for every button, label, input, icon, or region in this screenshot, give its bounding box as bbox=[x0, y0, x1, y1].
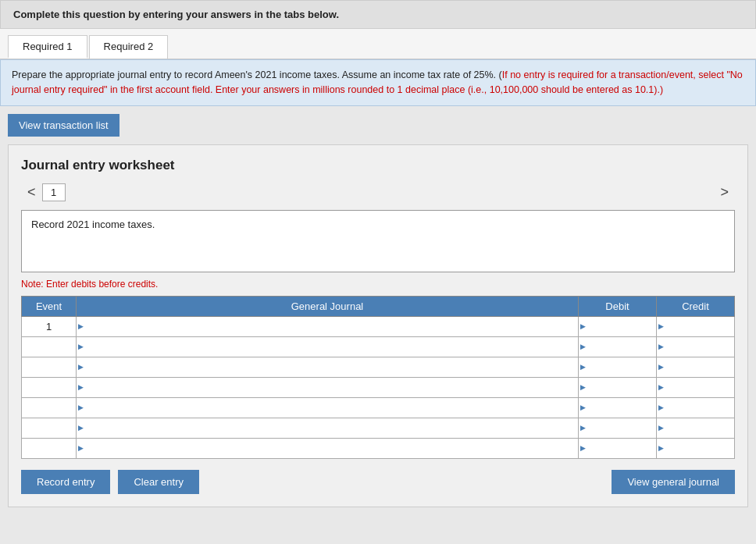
credit-cell-3[interactable] bbox=[657, 357, 735, 377]
debit-cell-4[interactable] bbox=[579, 377, 657, 397]
worksheet-container: Journal entry worksheet < 1 > Record 202… bbox=[8, 144, 748, 507]
event-cell-7 bbox=[22, 438, 77, 458]
gj-input-1[interactable] bbox=[77, 317, 578, 336]
debit-cell-3[interactable] bbox=[579, 357, 657, 377]
credit-cell-2[interactable] bbox=[657, 336, 735, 357]
credit-cell-6[interactable] bbox=[657, 418, 735, 438]
event-cell-5 bbox=[22, 397, 77, 418]
gj-cell-2[interactable] bbox=[77, 336, 579, 357]
debit-input-1[interactable] bbox=[579, 317, 656, 336]
debit-cell-6[interactable] bbox=[579, 418, 657, 438]
debit-cell-7[interactable] bbox=[579, 438, 657, 458]
worksheet-title: Journal entry worksheet bbox=[21, 158, 735, 173]
entry-description: Record 2021 income taxes. bbox=[21, 210, 735, 272]
gj-cell-4[interactable] bbox=[77, 377, 579, 397]
gj-input-7[interactable] bbox=[77, 439, 578, 458]
prev-page-button[interactable]: < bbox=[21, 183, 42, 202]
journal-table: Event General Journal Debit Credit 1 bbox=[21, 296, 735, 459]
gj-cell-6[interactable] bbox=[77, 418, 579, 438]
debit-input-4[interactable] bbox=[579, 378, 656, 397]
gj-cell-5[interactable] bbox=[77, 397, 579, 418]
debit-cell-2[interactable] bbox=[579, 336, 657, 357]
debit-input-7[interactable] bbox=[579, 439, 656, 458]
credit-input-4[interactable] bbox=[657, 378, 734, 397]
credit-cell-7[interactable] bbox=[657, 438, 735, 458]
bottom-buttons: Record entry Clear entry View general jo… bbox=[21, 470, 735, 494]
top-instruction: Complete this question by entering your … bbox=[0, 0, 756, 29]
page-number: 1 bbox=[42, 183, 66, 201]
next-page-button[interactable]: > bbox=[714, 183, 735, 202]
col-header-gj: General Journal bbox=[77, 296, 579, 316]
credit-input-7[interactable] bbox=[657, 439, 734, 458]
debit-input-5[interactable] bbox=[579, 398, 656, 418]
tab-required-2[interactable]: Required 2 bbox=[89, 35, 169, 59]
col-header-credit: Credit bbox=[657, 296, 735, 316]
event-cell-3 bbox=[22, 357, 77, 377]
gj-input-4[interactable] bbox=[77, 378, 578, 397]
view-transaction-list-button[interactable]: View transaction list bbox=[8, 114, 119, 137]
gj-cell-7[interactable] bbox=[77, 438, 579, 458]
clear-entry-button[interactable]: Clear entry bbox=[118, 470, 199, 494]
col-header-event: Event bbox=[22, 296, 77, 316]
table-row bbox=[22, 397, 735, 418]
tabs-row: Required 1 Required 2 bbox=[0, 29, 756, 59]
credit-input-6[interactable] bbox=[657, 418, 734, 438]
gj-input-6[interactable] bbox=[77, 418, 578, 438]
view-general-journal-button[interactable]: View general journal bbox=[612, 470, 735, 494]
note-text: Note: Enter debits before credits. bbox=[21, 279, 735, 290]
table-row bbox=[22, 418, 735, 438]
debit-cell-1[interactable] bbox=[579, 316, 657, 336]
table-row bbox=[22, 336, 735, 357]
debit-input-2[interactable] bbox=[579, 337, 656, 357]
gj-cell-1[interactable] bbox=[77, 316, 579, 336]
col-header-debit: Debit bbox=[579, 296, 657, 316]
credit-input-5[interactable] bbox=[657, 398, 734, 418]
info-box: Prepare the appropriate journal entry to… bbox=[0, 59, 756, 106]
credit-input-1[interactable] bbox=[657, 317, 734, 336]
nav-row: < 1 > bbox=[21, 183, 735, 202]
credit-input-3[interactable] bbox=[657, 357, 734, 377]
tab-required-1[interactable]: Required 1 bbox=[8, 35, 87, 59]
event-cell-1: 1 bbox=[22, 316, 77, 336]
info-normal-text: Prepare the appropriate journal entry to… bbox=[12, 69, 502, 80]
event-cell-4 bbox=[22, 377, 77, 397]
record-entry-button[interactable]: Record entry bbox=[21, 470, 110, 494]
table-row: 1 bbox=[22, 316, 735, 336]
debit-cell-5[interactable] bbox=[579, 397, 657, 418]
gj-input-5[interactable] bbox=[77, 398, 578, 418]
credit-cell-5[interactable] bbox=[657, 397, 735, 418]
table-row bbox=[22, 357, 735, 377]
event-cell-6 bbox=[22, 418, 77, 438]
gj-cell-3[interactable] bbox=[77, 357, 579, 377]
debit-input-3[interactable] bbox=[579, 357, 656, 377]
gj-input-2[interactable] bbox=[77, 337, 578, 357]
credit-cell-4[interactable] bbox=[657, 377, 735, 397]
gj-input-3[interactable] bbox=[77, 357, 578, 377]
credit-input-2[interactable] bbox=[657, 337, 734, 357]
table-row bbox=[22, 377, 735, 397]
credit-cell-1[interactable] bbox=[657, 316, 735, 336]
event-cell-2 bbox=[22, 336, 77, 357]
debit-input-6[interactable] bbox=[579, 418, 656, 438]
table-row bbox=[22, 438, 735, 458]
